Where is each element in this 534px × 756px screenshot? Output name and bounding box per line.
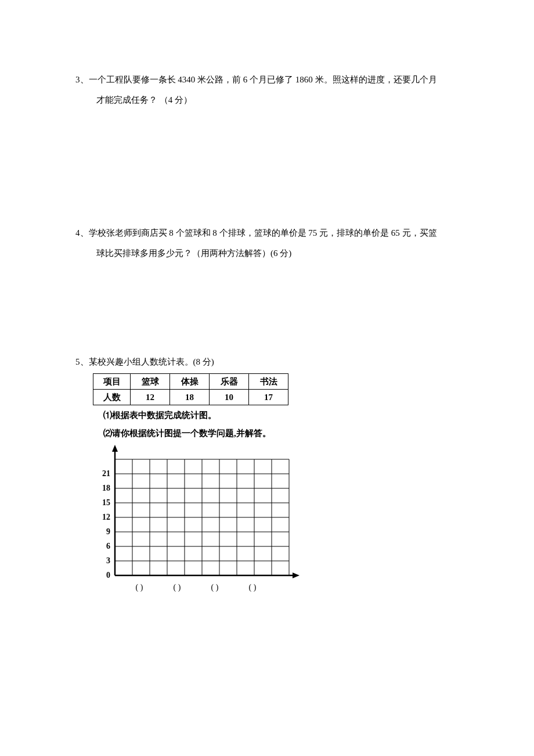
table-row: 项目 篮球 体操 乐器 书法 xyxy=(93,374,288,390)
row-label-projects: 项目 xyxy=(93,374,131,390)
y-tick-21: 21 xyxy=(102,469,110,478)
bar-chart-blank: 0 3 6 9 12 15 18 21 xyxy=(93,445,459,607)
q5-sub2: ⑵请你根据统计图提一个数学问题,并解答。 xyxy=(75,426,459,441)
col-basketball: 篮球 xyxy=(131,374,170,390)
col-gymnastics: 体操 xyxy=(170,374,210,390)
x-axis-arrow-icon xyxy=(293,573,300,578)
y-tick-9: 9 xyxy=(106,527,110,536)
y-tick-3: 3 xyxy=(106,556,110,565)
y-tick-6: 6 xyxy=(106,542,110,550)
value-gymnastics: 18 xyxy=(170,390,210,405)
data-table: 项目 篮球 体操 乐器 书法 人数 12 18 10 17 xyxy=(93,373,288,405)
value-instrument: 10 xyxy=(210,390,249,405)
value-calligraphy: 17 xyxy=(249,390,288,405)
q4-line1: 4、学校张老师到商店买 8 个篮球和 8 个排球，篮球的单价是 75 元，排球的… xyxy=(75,223,459,243)
col-calligraphy: 书法 xyxy=(249,374,288,390)
row-label-count: 人数 xyxy=(93,390,131,405)
page: 3、一个工程队要修一条长 4340 米公路，前 6 个月已修了 1860 米。照… xyxy=(0,0,534,654)
y-tick-15: 15 xyxy=(102,498,110,507)
chart-svg: 0 3 6 9 12 15 18 21 xyxy=(93,445,302,607)
question-4: 4、学校张老师到商店买 8 个篮球和 8 个排球，篮球的单价是 75 元，排球的… xyxy=(75,223,459,263)
x-blank-2: ( ) xyxy=(174,583,181,592)
x-blank-3: ( ) xyxy=(211,583,219,592)
question-5: 5、某校兴趣小组人数统计表。(8 分) 项目 篮球 体操 乐器 书法 人数 12… xyxy=(75,353,459,607)
chart-grid xyxy=(115,459,289,575)
x-blank-1: ( ) xyxy=(136,583,143,592)
q3-line1: 3、一个工程队要修一条长 4340 米公路，前 6 个月已修了 1860 米。照… xyxy=(75,70,459,90)
table-row: 人数 12 18 10 17 xyxy=(93,390,288,405)
q5-header: 5、某校兴趣小组人数统计表。(8 分) xyxy=(75,353,459,370)
q5-sub1: ⑴根据表中数据完成统计图。 xyxy=(75,408,459,423)
question-3: 3、一个工程队要修一条长 4340 米公路，前 6 个月已修了 1860 米。照… xyxy=(75,70,459,110)
x-blank-4: ( ) xyxy=(249,583,257,592)
col-instrument: 乐器 xyxy=(210,374,249,390)
y-tick-18: 18 xyxy=(102,484,110,492)
q4-line2: 球比买排球多用多少元？（用两种方法解答）(6 分) xyxy=(75,243,459,264)
y-axis-arrow-icon xyxy=(112,445,118,452)
q3-line2: 才能完成任务？ （4 分） xyxy=(75,90,459,110)
y-tick-0: 0 xyxy=(106,571,110,579)
y-tick-12: 12 xyxy=(102,513,110,521)
value-basketball: 12 xyxy=(131,390,170,405)
